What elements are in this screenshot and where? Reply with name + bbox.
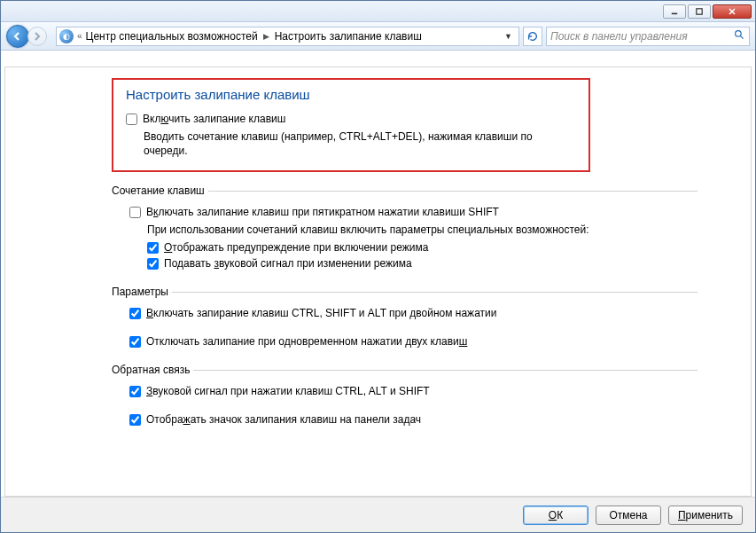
enable-sticky-keys-row: Включить залипание клавиш [126, 113, 576, 125]
show-taskbar-icon-row: Отображать значок залипания клавиш на па… [129, 413, 698, 426]
sound-on-modifier-label[interactable]: Звуковой сигнал при нажатии клавиш CTRL,… [146, 385, 430, 397]
close-button[interactable] [713, 4, 752, 19]
search-input[interactable]: Поиск в панели управления [546, 27, 750, 46]
show-warning-row: Отображать предупреждение при включении … [147, 241, 698, 254]
shortcut-group: Сочетание клавиш Включать залипание клав… [112, 184, 698, 273]
play-sound-label[interactable]: Подавать звуковой сигнал при изменении р… [164, 257, 412, 270]
breadcrumb-dropdown-icon[interactable]: ▼ [501, 32, 516, 41]
turnoff-twokeys-label[interactable]: Отключать залипание при одновременном на… [146, 335, 467, 348]
maximize-button[interactable] [688, 4, 711, 19]
cancel-button[interactable]: Отмена [596, 506, 661, 525]
apply-button[interactable]: Применить [668, 506, 743, 525]
breadcrumb-parent[interactable]: Центр специальных возможностей [86, 30, 258, 43]
search-placeholder: Поиск в панели управления [550, 30, 688, 43]
page-title: Настроить залипание клавиш [126, 87, 576, 102]
turnoff-twokeys-row: Отключать залипание при одновременном на… [129, 335, 698, 348]
breadcrumb-current[interactable]: Настроить залипание клавиш [275, 30, 422, 43]
enable-sticky-keys-label[interactable]: Включить залипание клавиш [143, 113, 285, 125]
settings-panel: Настроить залипание клавиш Включить зали… [4, 67, 752, 497]
play-sound-checkbox[interactable] [147, 258, 159, 270]
shortcut-subtext: При использовании сочетаний клавиш включ… [147, 223, 698, 236]
show-warning-checkbox[interactable] [147, 242, 159, 254]
show-taskbar-icon-label[interactable]: Отображать значок залипания клавиш на па… [146, 413, 421, 426]
navbar: ◐ « Центр специальных возможностей ▶ Нас… [1, 22, 755, 51]
feedback-legend: Обратная связь [112, 364, 193, 376]
nav-back-button[interactable] [6, 25, 29, 48]
play-sound-row: Подавать звуковой сигнал при изменении р… [147, 257, 698, 270]
show-taskbar-icon-checkbox[interactable] [129, 414, 141, 426]
search-icon [734, 29, 745, 43]
feedback-group: Обратная связь Звуковой сигнал при нажат… [112, 364, 698, 429]
svg-line-3 [740, 35, 743, 38]
svg-rect-1 [697, 8, 702, 13]
sound-on-modifier-row: Звуковой сигнал при нажатии клавиш CTRL,… [129, 385, 698, 397]
ok-button[interactable]: ОК [523, 506, 588, 525]
lock-modifier-label[interactable]: Включать запирание клавиш CTRL, SHIFT и … [146, 307, 496, 319]
ease-of-access-icon: ◐ [59, 29, 74, 43]
shortcut-5xshift-row: Включать залипание клавиш при пятикратно… [129, 206, 698, 218]
highlight-box: Настроить залипание клавиш Включить зали… [112, 78, 590, 172]
shortcut-5xshift-label[interactable]: Включать залипание клавиш при пятикратно… [146, 206, 499, 218]
breadcrumb-up-icon: « [77, 31, 82, 41]
chevron-right-icon: ▶ [261, 32, 271, 41]
footer: ОК Отмена Применить [1, 497, 755, 532]
refresh-button[interactable] [523, 27, 542, 46]
nav-forward-button[interactable] [27, 27, 47, 46]
turnoff-twokeys-checkbox[interactable] [129, 336, 141, 348]
svg-rect-0 [672, 12, 677, 14]
content-area: Настроить залипание клавиш Включить зали… [1, 51, 755, 497]
titlebar [1, 1, 755, 22]
show-warning-label[interactable]: Отображать предупреждение при включении … [164, 241, 428, 254]
breadcrumb[interactable]: ◐ « Центр специальных возможностей ▶ Нас… [56, 27, 519, 46]
enable-sticky-keys-checkbox[interactable] [126, 114, 137, 125]
params-group: Параметры Включать запирание клавиш CTRL… [112, 286, 698, 351]
enable-sticky-keys-desc: Вводить сочетание клавиш (например, CTRL… [144, 130, 576, 158]
window: ◐ « Центр специальных возможностей ▶ Нас… [0, 0, 756, 533]
shortcut-5xshift-checkbox[interactable] [129, 207, 141, 218]
sound-on-modifier-checkbox[interactable] [129, 386, 141, 397]
svg-point-2 [736, 30, 742, 36]
params-legend: Параметры [112, 286, 172, 298]
minimize-button[interactable] [663, 4, 686, 19]
shortcut-legend: Сочетание клавиш [112, 184, 208, 197]
lock-modifier-checkbox[interactable] [129, 308, 141, 319]
lock-modifier-row: Включать запирание клавиш CTRL, SHIFT и … [129, 307, 698, 319]
